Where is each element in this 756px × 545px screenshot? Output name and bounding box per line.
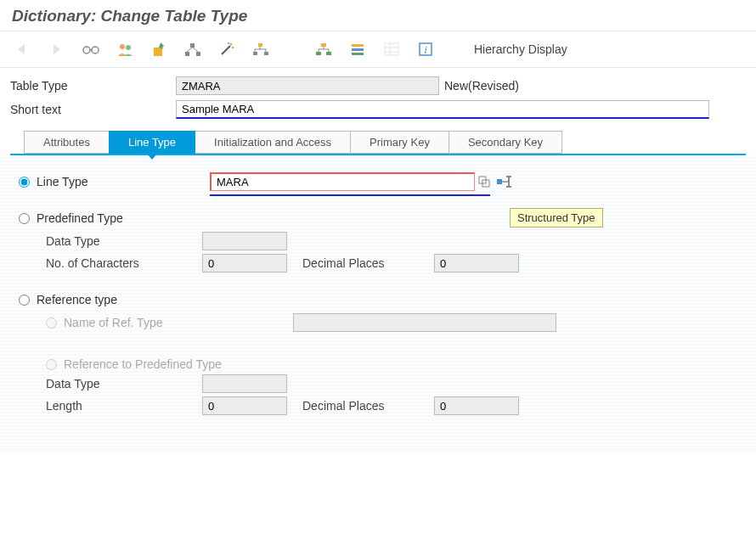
table-type-input[interactable] (176, 76, 439, 95)
tab-line-type[interactable]: Line Type (109, 131, 195, 154)
tree-icon[interactable] (250, 38, 272, 60)
svg-rect-30 (352, 48, 364, 51)
svg-point-0 (83, 47, 90, 53)
predefined-type-label: Predefined Type (37, 211, 123, 225)
page-title: Dictionary: Change Table Type (12, 7, 247, 25)
svg-line-11 (222, 46, 230, 54)
structured-type-icon[interactable] (497, 174, 521, 189)
svg-rect-23 (316, 52, 321, 55)
tooltip: Structured Type (510, 208, 603, 228)
hierarchy-icon[interactable] (313, 38, 335, 60)
svg-rect-15 (258, 43, 262, 47)
glasses-icon[interactable] (80, 38, 102, 60)
svg-rect-6 (185, 52, 189, 56)
hierarchy-display-button[interactable]: Hierarchy Display (474, 42, 567, 56)
tab-secondary-key[interactable]: Secondary Key (449, 131, 562, 154)
tab-primary-key[interactable]: Primary Key (350, 131, 449, 154)
predefined-type-radio[interactable] (19, 213, 30, 224)
people-icon[interactable] (114, 38, 136, 60)
table-type-label: Table Type (10, 79, 176, 93)
num-chars-label: No. of Characters (46, 256, 202, 270)
svg-line-10 (193, 48, 198, 52)
svg-rect-40 (497, 179, 502, 184)
data-type-input[interactable] (202, 232, 287, 250)
svg-text:i: i (424, 43, 427, 56)
append-icon[interactable] (347, 38, 369, 60)
line-type-radio[interactable] (19, 177, 30, 188)
decimal-places-input[interactable] (434, 254, 519, 272)
ref-name-radio (46, 317, 57, 329)
activate-icon[interactable] (148, 38, 170, 60)
short-text-label: Short text (10, 103, 176, 116)
ref-predef-label: Reference to Predefined Type (64, 357, 222, 371)
svg-line-9 (187, 48, 192, 52)
svg-point-4 (126, 45, 131, 50)
svg-rect-7 (196, 52, 200, 56)
tab-init-access[interactable]: Initialization and Access (195, 131, 351, 154)
svg-rect-29 (352, 44, 364, 47)
back-icon (12, 38, 34, 60)
forward-icon (46, 38, 68, 60)
ref-decimal-input[interactable] (434, 396, 519, 415)
svg-point-14 (228, 42, 229, 44)
svg-point-13 (232, 47, 234, 48)
tab-attributes[interactable]: Attributes (24, 131, 110, 154)
ref-data-type-label: Data Type (46, 377, 202, 390)
wand-icon[interactable] (216, 38, 238, 60)
line-type-input[interactable] (210, 172, 475, 191)
svg-point-12 (230, 43, 233, 46)
num-chars-input[interactable] (202, 254, 287, 272)
svg-rect-17 (264, 52, 268, 55)
svg-point-1 (92, 47, 99, 53)
data-type-label: Data Type (46, 234, 202, 248)
table-icon (381, 38, 403, 60)
length-label: Length (46, 399, 202, 413)
ref-predef-radio (46, 359, 57, 370)
ref-name-input[interactable] (293, 313, 556, 332)
svg-rect-22 (321, 43, 326, 47)
svg-rect-8 (190, 43, 195, 48)
svg-rect-5 (154, 48, 162, 56)
reference-type-label: Reference type (37, 293, 117, 306)
info-icon[interactable]: i (415, 38, 437, 60)
short-text-input[interactable] (176, 100, 709, 119)
length-input[interactable] (202, 396, 287, 415)
ref-name-label: Name of Ref. Type (64, 316, 208, 329)
svg-rect-16 (253, 52, 257, 55)
svg-rect-24 (326, 52, 331, 55)
ref-data-type-input[interactable] (202, 374, 287, 393)
reference-type-radio[interactable] (19, 295, 30, 306)
decimal-places-label: Decimal Places (302, 256, 434, 270)
f4-help-icon[interactable] (477, 172, 492, 191)
svg-rect-32 (385, 43, 398, 55)
where-used-icon[interactable] (182, 38, 204, 60)
line-type-radio-label: Line Type (37, 175, 210, 188)
status-text: New(Revised) (444, 79, 519, 93)
svg-rect-31 (352, 53, 364, 55)
svg-point-3 (120, 44, 125, 49)
ref-decimal-label: Decimal Places (302, 399, 434, 413)
